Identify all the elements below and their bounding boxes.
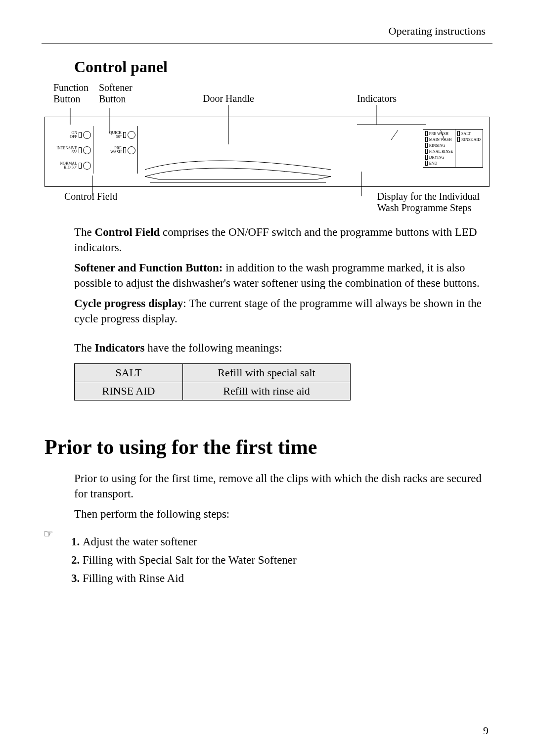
page-number: 9: [483, 724, 489, 737]
para-cycle-progress: Cycle progress display: The current stag…: [74, 296, 490, 326]
para-softener-function: Softener and Function Button: in additio…: [74, 260, 490, 291]
table-row: SALT Refill with special salt: [75, 364, 351, 382]
control-panel-diagram: ONOFF INTENSIVE65° NORMALBIO 50° QUICK50…: [44, 117, 490, 187]
step-1: Adjust the water softener: [71, 533, 490, 551]
running-header: Operating instructions: [44, 25, 490, 42]
header-rule: [42, 44, 492, 44]
diagram-top-labels: Function Button Softener Button Door Han…: [50, 82, 490, 115]
section-title-control-panel: Control panel: [74, 58, 490, 76]
cell-rinseaid-desc: Refill with rinse aid: [183, 382, 351, 400]
step-2: Filling with Special Salt for the Water …: [71, 551, 490, 570]
heading-prior-first-use: Prior to using for the first time: [44, 435, 490, 459]
step-3: Filling with Rinse Aid: [71, 570, 490, 588]
first-use-intro-2: Then perform the following steps:: [74, 506, 490, 522]
first-use-intro-1: Prior to using for the first time, remov…: [74, 471, 490, 501]
cell-salt-desc: Refill with special salt: [183, 364, 351, 382]
table-row: RINSE AID Refill with rinse aid: [75, 382, 351, 400]
svg-line-8: [391, 130, 398, 140]
para-control-field: The Control Field comprises the ON/OFF s…: [74, 224, 490, 255]
indicators-table: SALT Refill with special salt RINSE AID …: [74, 363, 351, 400]
para-indicators-meaning: The Indicators have the following meanin…: [74, 340, 490, 356]
pointing-hand-icon: ☞: [44, 528, 53, 540]
cell-rinseaid: RINSE AID: [75, 382, 183, 400]
cell-salt: SALT: [75, 364, 183, 382]
svg-line-9: [441, 130, 445, 140]
